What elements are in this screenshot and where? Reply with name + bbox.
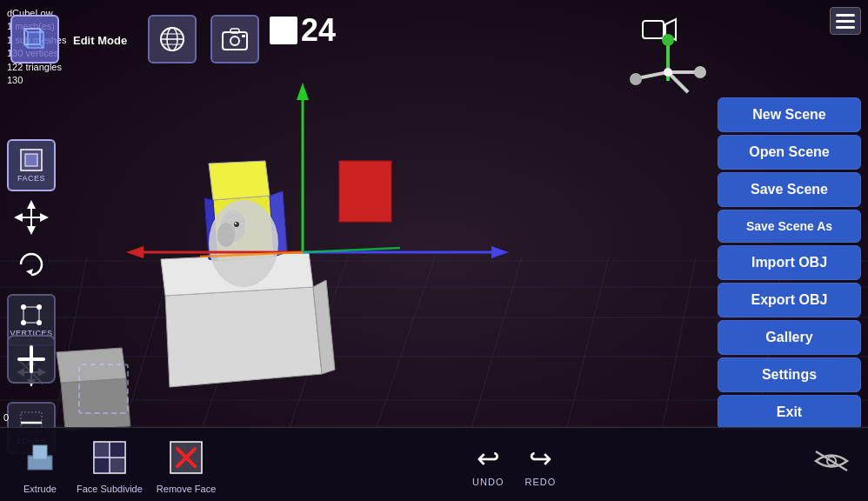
- svg-line-7: [122, 257, 174, 435]
- hamburger-menu-button[interactable]: [830, 7, 861, 35]
- new-scene-button[interactable]: New Scene: [718, 97, 861, 132]
- left-toolbar: FACES: [7, 139, 56, 454]
- faces-tool-button[interactable]: FACES: [7, 139, 56, 191]
- svg-marker-69: [27, 226, 36, 235]
- svg-marker-71: [40, 213, 49, 222]
- svg-rect-53: [242, 35, 245, 37]
- svg-point-57: [662, 34, 674, 46]
- svg-point-25: [217, 223, 235, 247]
- svg-marker-19: [209, 161, 270, 200]
- svg-point-27: [235, 223, 237, 224]
- navigation-gizmo: [629, 33, 707, 111]
- svg-line-12: [565, 257, 609, 435]
- import-obj-button[interactable]: Import OBJ: [718, 245, 861, 280]
- svg-point-24: [221, 210, 245, 242]
- hamburger-line-3: [836, 26, 855, 29]
- svg-point-63: [664, 68, 672, 77]
- save-scene-button[interactable]: Save Scene: [718, 172, 861, 207]
- svg-marker-17: [313, 280, 335, 374]
- svg-rect-93: [33, 445, 47, 459]
- svg-line-8: [200, 257, 261, 435]
- visibility-section: [812, 448, 851, 481]
- export-obj-button[interactable]: Export OBJ: [718, 283, 861, 317]
- save-scene-as-button[interactable]: Save Scene As: [718, 210, 861, 243]
- redo-icon: ↪: [529, 442, 552, 475]
- svg-line-11: [470, 257, 522, 435]
- visibility-toggle-button[interactable]: [812, 448, 851, 481]
- frame-square-icon: [270, 17, 297, 44]
- hamburger-line-2: [836, 20, 855, 23]
- extrude-label: Extrude: [23, 484, 57, 494]
- svg-line-9: [287, 257, 348, 435]
- move-control-button[interactable]: [7, 197, 56, 238]
- svg-line-13: [661, 257, 696, 435]
- svg-rect-52: [230, 29, 239, 33]
- svg-point-26: [234, 222, 239, 227]
- rotate-control-button[interactable]: [7, 244, 56, 285]
- svg-point-23: [209, 200, 278, 287]
- edit-mode-button[interactable]: [10, 15, 59, 63]
- open-scene-button[interactable]: Open Scene: [718, 135, 861, 170]
- face-subdivide-label: Face Subdivide: [77, 484, 143, 494]
- svg-marker-68: [27, 200, 36, 209]
- screenshot-button[interactable]: [210, 15, 259, 63]
- add-object-button[interactable]: [7, 335, 56, 384]
- edit-mode-label: Edit Mode: [73, 34, 127, 47]
- svg-rect-100: [110, 442, 125, 458]
- settings-button[interactable]: Settings: [718, 357, 861, 392]
- svg-rect-44: [28, 32, 43, 48]
- svg-marker-33: [491, 246, 509, 258]
- svg-marker-18: [213, 196, 274, 261]
- undo-button[interactable]: ↩ UNDO: [472, 442, 504, 487]
- undo-icon: ↩: [477, 442, 500, 475]
- svg-line-10: [374, 257, 435, 435]
- top-toolbar: Edit Mode: [0, 0, 868, 78]
- svg-marker-15: [165, 287, 322, 387]
- bottom-toolbar: Extrude Face Subdivide: [0, 427, 868, 501]
- svg-marker-16: [161, 252, 313, 296]
- frame-counter: 24: [270, 12, 336, 49]
- redo-button[interactable]: ↪ REDO: [524, 442, 556, 487]
- faces-label: FACES: [17, 174, 45, 183]
- svg-marker-20: [270, 191, 287, 257]
- remove-face-icon: [164, 435, 209, 480]
- svg-line-35: [303, 248, 400, 252]
- viewport: dCubeLow 1 mesh(es) 1 sub meshes 130 ver…: [0, 0, 868, 501]
- right-menu: New Scene Open Scene Save Scene Save Sce…: [718, 97, 861, 430]
- svg-marker-29: [297, 83, 309, 100]
- redo-label: REDO: [524, 477, 556, 487]
- hamburger-line-1: [836, 14, 855, 17]
- svg-rect-65: [25, 154, 37, 166]
- selection-hint: [78, 364, 129, 414]
- extrude-tool-button[interactable]: Extrude: [17, 435, 63, 494]
- extrude-icon: [17, 435, 63, 480]
- svg-rect-22: [339, 161, 391, 222]
- exit-button[interactable]: Exit: [718, 395, 861, 430]
- gallery-button[interactable]: Gallery: [718, 320, 861, 355]
- svg-line-58: [638, 72, 668, 78]
- face-subdivide-tool-button[interactable]: Face Subdivide: [77, 435, 143, 494]
- svg-marker-70: [14, 213, 23, 222]
- bottom-left-tools: Extrude Face Subdivide: [17, 435, 216, 494]
- svg-marker-31: [126, 246, 144, 258]
- undo-redo-section: ↩ UNDO ↪ REDO: [472, 442, 556, 487]
- world-mode-button[interactable]: [148, 15, 197, 63]
- undo-label: UNDO: [472, 477, 504, 487]
- remove-face-tool-button[interactable]: Remove Face: [157, 435, 216, 494]
- svg-rect-102: [110, 458, 125, 473]
- svg-rect-99: [94, 442, 110, 458]
- frame-number: 24: [301, 12, 336, 49]
- svg-rect-101: [94, 458, 110, 473]
- coords-display: 0: [3, 412, 9, 423]
- svg-point-59: [630, 73, 642, 85]
- svg-line-34: [200, 252, 303, 257]
- remove-face-label: Remove Face: [157, 484, 216, 494]
- svg-marker-21: [204, 198, 217, 261]
- svg-point-51: [230, 37, 239, 45]
- face-subdivide-icon: [87, 435, 132, 480]
- svg-point-61: [694, 66, 706, 78]
